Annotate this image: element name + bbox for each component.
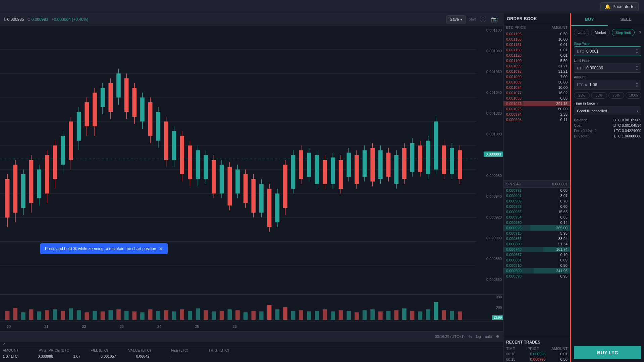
help-button[interactable]: ?	[639, 30, 641, 35]
rt-row[interactable]: 00:15 0.000990 0.50	[503, 357, 570, 362]
rt-row[interactable]: 00:16 0.000993 0.01	[503, 351, 570, 357]
tooltip-close-button[interactable]: ✕	[159, 246, 163, 251]
camera-button[interactable]: 📷	[490, 15, 499, 23]
recent-trades-title: RECENT TRADES	[503, 339, 570, 346]
svg-rect-131	[37, 311, 41, 320]
row-amount: 1.07 LTC	[3, 354, 17, 358]
order-type-limit[interactable]: Limit	[574, 29, 589, 36]
ob-sell-row-highlight[interactable]: 0.001028 391.15	[503, 101, 570, 106]
fullscreen-button[interactable]: ⛶	[479, 16, 487, 23]
ob-buy-row[interactable]: 0.000950 0.14	[503, 220, 570, 225]
pct-50-button[interactable]: 50%	[591, 92, 607, 99]
svg-rect-145	[148, 309, 153, 320]
ob-buy-row[interactable]: 0.000800 51.34	[503, 241, 570, 247]
chart-tooltip: Press and hold ⌘ while zooming to mainta…	[40, 243, 168, 254]
tif-select[interactable]: Good till cancelled ▾	[574, 107, 641, 115]
stop-price-input-wrapper[interactable]: BTC ▲ ▼	[574, 46, 641, 56]
ob-sell-row[interactable]: 0.000993 0.11	[503, 117, 570, 122]
ob-buy-row[interactable]: 0.000601 0.09	[503, 257, 570, 263]
ob-sell-row[interactable]: 0.001166 10.00	[503, 37, 570, 42]
ob-sell-row[interactable]: 0.000994 2.33	[503, 112, 570, 117]
crosshair-icon[interactable]: ⊕	[496, 334, 499, 339]
stop-price-arrows[interactable]: ▲ ▼	[636, 48, 638, 54]
fee-label: Fee (0.4%):	[574, 129, 593, 133]
ob-sell-row[interactable]: 0.001077 16.92	[503, 90, 570, 96]
fee-help-icon: ?	[594, 129, 596, 133]
tab-sell[interactable]: SELL	[608, 13, 644, 26]
col-fill: FILL (LTC)	[91, 348, 108, 352]
ob-buy-row[interactable]: 0.000856 33.94	[503, 236, 570, 241]
ob-sell-row[interactable]: 0.001090 7.00	[503, 74, 570, 79]
ob-buy-row[interactable]: 0.000667 0.10	[503, 252, 570, 257]
limit-price-arrows[interactable]: ▲ ▼	[636, 65, 638, 71]
chart-canvas[interactable]: 0.001100 0.001080 0.001060 0.001040 0.00…	[0, 25, 503, 294]
svg-rect-164	[299, 310, 303, 320]
stop-price-input[interactable]	[586, 49, 634, 54]
ob-buy-row[interactable]: 0.000988 0.60	[503, 204, 570, 209]
bell-icon: 🔔	[605, 4, 610, 9]
svg-rect-133	[53, 309, 57, 320]
amount-arrows[interactable]: ▲ ▼	[636, 81, 638, 88]
amount-input-wrapper[interactable]: LTC ⇅ ▲ ▼	[574, 80, 641, 89]
amount-input[interactable]	[589, 82, 634, 87]
limit-price-input-wrapper[interactable]: BTC ▲ ▼	[574, 63, 641, 73]
stop-price-label: Stop Price	[574, 42, 641, 46]
row-avg-price: 0.000988	[38, 354, 53, 358]
svg-rect-138	[93, 311, 97, 320]
ob-sell-row[interactable]: 0.001120 0.01	[503, 53, 570, 58]
date-label: 22	[82, 324, 86, 328]
ob-sell-row[interactable]: 0.001150 0.01	[503, 47, 570, 53]
ob-sell-row[interactable]: 0.001098 31.21	[503, 69, 570, 74]
ob-buy-row[interactable]: 0.000510 0.50	[503, 263, 570, 268]
pct-75-button[interactable]: 75%	[608, 92, 624, 99]
vol-label-200: 200	[478, 306, 502, 310]
last-vol-badge: 13.99	[492, 315, 503, 320]
ob-sell-row[interactable]: 0.001099 31.21	[503, 63, 570, 69]
cost-value: BTC 0.00104834	[613, 123, 641, 127]
date-label: 25	[195, 324, 199, 328]
amount-currency: LTC ⇅	[577, 83, 587, 87]
svg-rect-141	[116, 309, 121, 320]
table-expand-icon[interactable]: ⤢	[3, 342, 500, 346]
buy-ltc-button[interactable]: BUY LTC	[574, 346, 641, 359]
limit-price-input[interactable]	[586, 66, 634, 70]
price-scale-item: 0.000900	[478, 236, 502, 240]
save-button[interactable]: Save ▾	[446, 15, 466, 23]
svg-rect-183	[450, 311, 454, 320]
ob-buy-row-highlight[interactable]: 0.000925 265.00	[503, 225, 570, 231]
rt-col-amount: AMOUNT	[551, 347, 568, 351]
pct-25-button[interactable]: 25%	[574, 92, 590, 99]
scale-log[interactable]: log	[476, 335, 481, 339]
ob-sell-row[interactable]: 0.001100 5.50	[503, 58, 570, 63]
chart-toolbar: L 0.000985 C 0.000993 +0.000004 (+0.40%)…	[0, 13, 503, 25]
ob-sell-row[interactable]: 0.001195 0.50	[503, 31, 570, 37]
pct-100-button[interactable]: 100%	[626, 92, 641, 99]
ob-sell-row[interactable]: 0.001151 0.01	[503, 42, 570, 47]
order-type-market[interactable]: Market	[591, 29, 610, 36]
ob-buy-row[interactable]: 0.000991 3.07	[503, 193, 570, 198]
ob-sell-row[interactable]: 0.001089 30.00	[503, 79, 570, 85]
tp-tabs: BUY SELL	[571, 13, 644, 26]
col-avg-price: AVG. PRICE (BTC)	[39, 348, 71, 352]
ob-buy-row[interactable]: 0.000989 8.70	[503, 198, 570, 204]
svg-rect-151	[196, 308, 200, 320]
ob-sell-row[interactable]: 0.001084 10.00	[503, 85, 570, 90]
order-type-stop-limit[interactable]: Stop-limit	[612, 29, 635, 36]
buy-total-value: LTC 1.06000000	[614, 134, 641, 138]
ob-buy-row[interactable]: 0.000992 0.60	[503, 188, 570, 193]
scale-auto[interactable]: auto	[485, 335, 492, 339]
ob-buy-row-highlight[interactable]: 0.000748 161.74	[503, 247, 570, 252]
price-alerts-button[interactable]: 🔔 Price alerts	[600, 2, 639, 11]
ob-sell-row[interactable]: 0.001053 0.83	[503, 96, 570, 101]
ob-buy-row[interactable]: 0.000955 15.65	[503, 209, 570, 215]
ob-sell-row[interactable]: 0.001025 60.00	[503, 106, 570, 112]
chevron-icon: ▾	[460, 17, 462, 22]
order-book: ORDER BOOK BTC PRICE AMOUNT 0.001195 0.5…	[503, 13, 570, 362]
ob-buy-row[interactable]: 0.000390 0.95	[503, 274, 570, 279]
ob-buy-row-highlight[interactable]: 0.000500 241.96	[503, 268, 570, 274]
ob-buy-row[interactable]: 0.000954 0.63	[503, 215, 570, 220]
bottom-section: ⤢ AMOUNT AVG. PRICE (BTC) FILL (LTC) VAL…	[0, 341, 503, 362]
tab-buy[interactable]: BUY	[571, 13, 608, 26]
ob-buy-row[interactable]: 0.000915 5.95	[503, 231, 570, 236]
svg-rect-154	[220, 311, 224, 320]
